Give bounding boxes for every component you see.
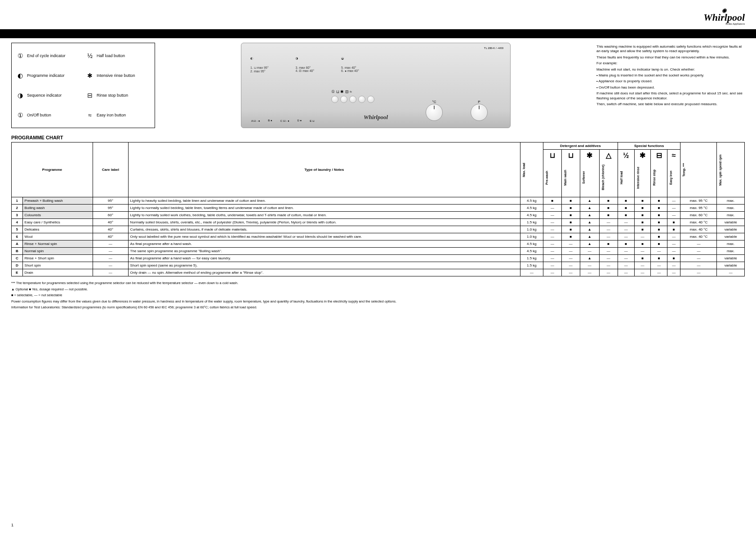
progind-icon: ◐ xyxy=(16,71,24,80)
spin-dial-group: P xyxy=(471,100,488,121)
hdr-f1: Intensive rinse xyxy=(636,160,640,196)
btn-2 xyxy=(340,96,347,103)
hdr-spin: Max. spin speed rpm xyxy=(719,152,722,188)
temp-label: °C xyxy=(432,100,436,104)
rinsestop-label: Rinse stop button xyxy=(97,93,128,98)
bleach-icon: △ xyxy=(601,151,616,160)
sym-easyiron: ≈ Easy iron button xyxy=(86,106,150,124)
btn-3 xyxy=(349,96,356,103)
se: E ⊔ xyxy=(310,119,315,122)
btn-labels: ① ⊔ ✱ ⊟ ≈ xyxy=(331,89,352,94)
btn-1 xyxy=(331,96,338,103)
divider-bar xyxy=(0,29,756,38)
hdr-f3: Easy iron xyxy=(669,160,672,196)
hdr-d0: Pre-wash xyxy=(545,160,548,196)
table-row: 4Easy care / Synthetics40°Normally soile… xyxy=(12,219,745,226)
prog-icon-3: ◒ xyxy=(341,57,349,65)
top-section: ① End of cycle indicator ½ Half load but… xyxy=(11,43,745,128)
fn1: ▲ Optional ■ Yes, dosage required — not … xyxy=(11,287,745,292)
symbols-panel: ① End of cycle indicator ½ Half load but… xyxy=(11,43,155,128)
p1: 1. ⊔ max 95° xyxy=(250,66,268,70)
fn2: ■ = selectable, — = not selectable xyxy=(11,293,745,298)
hdr-func-group: Special functions xyxy=(618,142,680,150)
table-row: 3Coloureds60°Lightly to normally soiled … xyxy=(12,212,745,219)
table-row: 2Boiling wash95°Lightly to normally soil… xyxy=(12,205,745,212)
p6: 6. ● max 40° xyxy=(341,69,359,72)
p4: 4. ⊟ max 40° xyxy=(295,69,314,73)
sym-end: ① On/Off button xyxy=(16,106,80,124)
n0: This washing machine is equipped with au… xyxy=(596,44,745,54)
intense-label: Intensive rinse button xyxy=(97,73,135,78)
spin-label: P xyxy=(478,100,480,104)
header: ◉ Whirlpool Home Appliances xyxy=(11,7,745,26)
temp-dial xyxy=(426,104,443,121)
easyiron-icon: ≈ xyxy=(86,111,94,119)
end-icon: ① xyxy=(16,111,24,119)
btn-4 xyxy=(358,96,365,103)
n6: • On/Off button has been depressed. xyxy=(596,85,745,90)
sym-onoff: ① End of cycle indicator xyxy=(16,47,80,65)
table-row: DShort spin—Short spin speed (same as pr… xyxy=(12,262,745,269)
halfload-icon: ½ xyxy=(86,52,94,60)
hdr-f0: Half load xyxy=(620,160,623,196)
mainwash-icon: ⊔ xyxy=(564,151,578,160)
sub-labels: A ⊟ - ● B ● C ⊟ - ● D ● E ⊔ xyxy=(251,119,315,122)
halfload-label: Half load button xyxy=(97,53,125,58)
table-row: 6Wool40°Only wool labelled with the pure… xyxy=(12,233,745,240)
fn0: *** The temperature for programmes selec… xyxy=(11,281,745,286)
hdr-d2: Softener xyxy=(582,160,585,196)
hdr-type: Type of laundry / Notes xyxy=(128,142,520,197)
prewash-icon: ⊔ xyxy=(545,151,560,160)
sym-progind: ◐ Programme indicator xyxy=(16,67,80,85)
prog-icon-2: ◑ xyxy=(295,57,303,65)
table-row: 5Delicates40°Curtains, dresses, skirts, … xyxy=(12,226,745,233)
sym-rinsestop: ⊟ Rinse stop button xyxy=(86,86,150,104)
p5: 5. max 40° xyxy=(341,66,359,69)
rinsestop-col-icon: ⊟ xyxy=(653,151,665,160)
table-row: ARinse + Normal spin—As final programme … xyxy=(12,240,745,248)
end-label: On/Off button xyxy=(27,113,51,117)
easyiron-col-icon: ≈ xyxy=(669,151,679,160)
machine-logo: Whirlpool xyxy=(364,114,388,121)
hdr-care: Care label xyxy=(93,142,129,197)
hdr-load: Max. load xyxy=(522,152,525,188)
seqind-icon: ◑ xyxy=(16,91,24,99)
sc: C ⊟ - ● xyxy=(280,119,289,122)
onoff-label: End of cycle indicator xyxy=(27,53,66,58)
halfload-col-icon: ½ xyxy=(620,151,632,160)
table-row: 1Prewash + Boiling wash95°Lightly to hea… xyxy=(12,197,745,205)
chart-title: PROGRAMME CHART xyxy=(11,135,745,140)
n1: These faults are frequently so minor tha… xyxy=(596,55,745,60)
p3: 3. max 60° xyxy=(295,66,314,69)
hdr-f2: Rinse stop xyxy=(653,160,656,196)
fn4: Information for Test Laboratories: Stand… xyxy=(11,305,745,310)
hdr-program: Programme xyxy=(12,142,93,197)
temp-dial-group: °C xyxy=(426,100,443,121)
footnotes: *** The temperature for programmes selec… xyxy=(11,281,745,310)
machine-img: ◐ 1. ⊔ max 95° 2. max 95° ◑ 3. max 60° 4… xyxy=(241,43,511,128)
table-row: EDrain—Only drain — no spin. Alternative… xyxy=(12,269,745,276)
table-row: BNormal spin—The same spin programme as … xyxy=(12,248,745,255)
n5: • Appliance door is properly closed. xyxy=(596,79,745,84)
fn3: Power consumption figures may differ fro… xyxy=(11,299,745,304)
intense-icon: ✱ xyxy=(86,71,94,80)
p2: 2. max 95° xyxy=(250,70,268,73)
sb: B ● xyxy=(268,119,272,122)
hdr-d1: Main wash xyxy=(564,160,567,196)
n4: • Mains plug is inserted in the socket a… xyxy=(596,73,745,78)
hdr-d3: Bleach (chlorine) xyxy=(601,160,605,196)
brand-sub: Home Appliances xyxy=(725,22,745,25)
machine-panel: ◐ 1. ⊔ max 95° 2. max 95° ◑ 3. max 60° 4… xyxy=(162,43,590,128)
model-no: TL 280-K / -4/00 xyxy=(484,47,503,49)
brand-name: Whirlpool xyxy=(703,12,745,23)
brand-logo: ◉ Whirlpool Home Appliances xyxy=(703,9,745,23)
n8: Then, switch off machine, see table belo… xyxy=(596,102,745,107)
programme-table: Programme Care label Type of laundry / N… xyxy=(11,142,745,276)
btn-5 xyxy=(367,96,374,103)
intense-col-icon: ✱ xyxy=(636,151,649,160)
sym-halfload: ½ Half load button xyxy=(86,47,150,65)
spin-dial xyxy=(471,104,488,121)
n7: If machine still does not start after th… xyxy=(596,91,745,101)
onoff-icon: ① xyxy=(16,52,24,60)
prog-icon-1: ◐ xyxy=(250,57,258,65)
